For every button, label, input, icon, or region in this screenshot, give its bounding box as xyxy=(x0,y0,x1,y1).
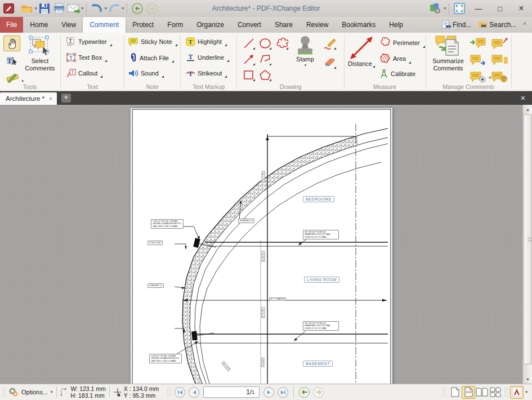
minimize-button[interactable]: — xyxy=(470,2,487,15)
document-canvas[interactable]: BEDROOMS LIVING ROOM BASEMENT 1-3/4×11 T… xyxy=(0,105,532,384)
customize-dropdown[interactable]: ▾ xyxy=(444,6,446,11)
tab-organize[interactable]: Organize xyxy=(190,17,231,33)
polyline-tool[interactable] xyxy=(257,52,272,66)
cloud-tool[interactable] xyxy=(274,36,289,51)
options-button[interactable]: Options... ▾ xyxy=(8,387,53,397)
circle-tool[interactable] xyxy=(257,36,272,51)
callout-button[interactable]: T Callout xyxy=(66,69,102,78)
select-comments-button[interactable]: Select Comments xyxy=(23,35,57,72)
close-document-icon[interactable]: × xyxy=(514,94,532,103)
width-readout: W: 123.1 mm xyxy=(71,385,106,392)
first-page-button[interactable] xyxy=(175,387,185,398)
find-button[interactable]: Find... xyxy=(440,19,473,32)
page-number-input[interactable]: 1/1 xyxy=(203,386,260,398)
copy-comments-button[interactable] xyxy=(491,54,508,68)
options-dropdown[interactable]: ▾ xyxy=(51,390,53,394)
vertical-scrollbar[interactable]: ▲ ▼ xyxy=(522,105,532,384)
tab-share[interactable]: Share xyxy=(268,17,299,33)
document-tab-architecture[interactable]: Architecture * × xyxy=(0,92,57,105)
redo-dropdown[interactable]: ▾ xyxy=(122,6,124,11)
search-button[interactable]: Search... xyxy=(476,19,518,31)
calibrate-button[interactable]: Calibrate xyxy=(379,69,415,79)
history-back-button[interactable] xyxy=(299,387,310,398)
pin-comment-button[interactable] xyxy=(491,37,508,51)
summarize-comments-button[interactable]: Summarize Comments xyxy=(429,35,467,72)
scrollbar-thumb[interactable] xyxy=(524,114,532,365)
select-text-tool-button[interactable]: T xyxy=(3,53,20,69)
tab-file[interactable]: File xyxy=(0,17,23,33)
continuous-view-button[interactable] xyxy=(462,386,475,399)
tab-form[interactable]: Form xyxy=(160,17,190,33)
tab-view[interactable]: View xyxy=(55,17,83,33)
area-button[interactable]: Area xyxy=(379,53,411,64)
history-forward-button[interactable] xyxy=(313,387,324,398)
tab-convert[interactable]: Convert xyxy=(231,17,268,33)
scroll-down-icon[interactable]: ▼ xyxy=(524,375,532,384)
text-box-button[interactable]: T Text Box xyxy=(66,53,107,62)
undo-button[interactable] xyxy=(90,2,104,15)
sticky-note-button[interactable]: Sticky Note xyxy=(128,37,177,46)
new-tab-button[interactable]: + xyxy=(61,94,71,103)
tab-protect[interactable]: Protect xyxy=(126,17,160,33)
back-button[interactable] xyxy=(130,2,145,15)
rectangle-tool[interactable] xyxy=(241,68,256,82)
eraser-tool[interactable] xyxy=(322,55,337,70)
line-tool[interactable] xyxy=(241,36,256,51)
email-dropdown[interactable]: ▾ xyxy=(82,6,84,11)
attach-file-button[interactable]: Attach File xyxy=(129,53,174,63)
pencil-tool[interactable] xyxy=(322,36,337,51)
polygon-tool[interactable] xyxy=(257,68,272,82)
tab-help[interactable]: Help xyxy=(382,17,410,33)
grip-handle xyxy=(2,387,6,397)
email-button[interactable] xyxy=(66,2,81,15)
highlight-button[interactable]: T Highlight xyxy=(186,37,227,46)
tab-home[interactable]: Home xyxy=(23,17,55,33)
print-button[interactable] xyxy=(52,2,66,15)
pdf-page[interactable]: BEDROOMS LIVING ROOM BASEMENT 1-3/4×11 T… xyxy=(131,108,392,384)
show-comments-button[interactable]: ▾ xyxy=(470,71,486,85)
scroll-up-icon[interactable]: ▲ xyxy=(524,105,532,114)
hand-tool-button[interactable] xyxy=(3,35,20,51)
open-in-adobe-button[interactable] xyxy=(510,386,524,399)
single-page-view-button[interactable] xyxy=(448,386,462,399)
ribbon-tab-bar: File Home View Comment Protect Form Orga… xyxy=(0,17,532,33)
collapse-ribbon-button[interactable]: ^ xyxy=(521,20,529,30)
previous-page-button[interactable] xyxy=(189,387,199,398)
save-button[interactable] xyxy=(37,2,52,15)
arrow-tool[interactable] xyxy=(241,52,256,66)
adobe-dropdown[interactable]: ▾ xyxy=(525,390,527,394)
customize-toolbar-icon[interactable] xyxy=(428,2,443,15)
distance-button[interactable]: Distance xyxy=(347,35,376,68)
perimeter-button[interactable]: Perimeter xyxy=(379,37,425,48)
close-button[interactable]: × xyxy=(513,2,530,15)
dim-label-2: 9'-10 1/2" xyxy=(262,251,265,261)
fullscreen-button[interactable] xyxy=(452,2,467,15)
next-page-button[interactable] xyxy=(263,387,274,398)
typewriter-button[interactable]: T Typewriter xyxy=(66,37,112,46)
multi-page-view-button[interactable] xyxy=(489,386,502,399)
annotation-plywood-lower: 5/8" OR 3/4" PLYWOOD SHEATHING ON 9-7/8"… xyxy=(303,321,339,331)
tab-bookmarks[interactable]: Bookmarks xyxy=(335,17,382,33)
group-label-text: Text xyxy=(61,83,124,90)
last-page-button[interactable] xyxy=(278,387,288,398)
open-button[interactable] xyxy=(20,2,34,15)
maximize-button[interactable]: □ xyxy=(491,2,508,15)
sound-button[interactable]: Sound xyxy=(128,69,164,78)
stamp-button[interactable]: Stamp ▾ xyxy=(292,35,319,68)
svg-text:T: T xyxy=(188,70,193,78)
strikeout-button[interactable]: T Strikeout xyxy=(186,69,227,78)
redo-button[interactable] xyxy=(107,2,122,15)
import-comments-button[interactable] xyxy=(470,37,486,51)
export-comments-button[interactable] xyxy=(470,54,486,68)
two-page-view-button[interactable] xyxy=(475,386,489,399)
underline-button[interactable]: T Underline xyxy=(186,53,229,62)
forward-button[interactable] xyxy=(145,2,159,15)
room-label-living: LIVING ROOM xyxy=(304,277,339,283)
tab-close-icon[interactable]: × xyxy=(49,96,52,102)
tab-review[interactable]: Review xyxy=(299,17,335,33)
height-readout: H: 183.1 mm xyxy=(71,392,106,399)
annotation-pour-joint: POUR JOINT xyxy=(147,241,163,245)
dim-label-3: 8'-11 1/4" xyxy=(261,308,265,318)
comment-styles-button[interactable] xyxy=(491,71,508,85)
tab-comment[interactable]: Comment xyxy=(83,17,126,33)
